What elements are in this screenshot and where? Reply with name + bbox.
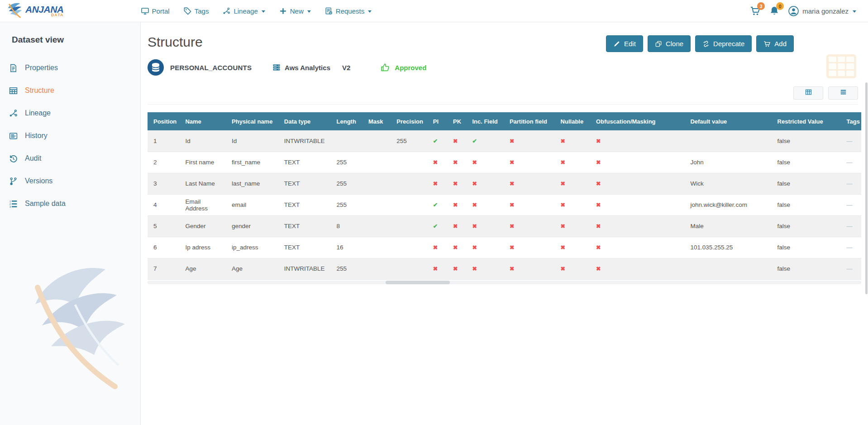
default-value-cell xyxy=(684,258,771,279)
default-value-cell: Wick xyxy=(684,173,771,194)
nullable-cell: ✖ xyxy=(555,130,590,152)
name-cell: Last Name xyxy=(179,173,226,194)
button-label: Deprecate xyxy=(713,40,744,48)
vertical-scrollbar-thumb[interactable] xyxy=(865,82,868,294)
table-row[interactable]: 1IdIdINTWRITABLE255✔✖✔✖✖✖false— xyxy=(148,130,861,152)
notifications-button[interactable]: 0 xyxy=(769,5,780,16)
pk-cell: ✖ xyxy=(447,258,466,279)
tags-dash: — xyxy=(847,244,853,251)
sidebar-item-versions[interactable]: Versions xyxy=(0,170,140,192)
table-body: 1IdIdINTWRITABLE255✔✖✔✖✖✖false—2First na… xyxy=(148,130,861,279)
edit-button[interactable]: Edit xyxy=(606,35,643,52)
sidebar-item-label: History xyxy=(25,132,48,140)
cross-icon: ✖ xyxy=(561,138,565,144)
tags-cell: — xyxy=(841,194,861,215)
restricted-value-cell: false xyxy=(772,258,841,279)
col-header-restricted-value: Restricted Value xyxy=(772,112,841,130)
partition-field-cell: ✖ xyxy=(504,152,555,173)
add-button[interactable]: Add xyxy=(756,35,794,52)
cart-button[interactable]: 3 xyxy=(750,5,761,16)
partition-field-cell: ✖ xyxy=(504,173,555,194)
inc-field-cell: ✖ xyxy=(466,258,504,279)
chevron-down-icon xyxy=(853,10,856,13)
sidebar-item-structure[interactable]: Structure xyxy=(0,79,140,102)
name-cell: Email Address xyxy=(179,194,226,215)
table-row[interactable]: 7AgeAgeINTWRITABLE255✖✖✖✖✖✖false— xyxy=(148,258,861,279)
data-type-cell: INTWRITABLE xyxy=(278,258,331,279)
sidebar-item-lineage[interactable]: Lineage xyxy=(0,102,140,124)
data-type-cell: TEXT xyxy=(278,215,331,237)
user-name: maria gonzalez xyxy=(802,7,849,15)
list-view-toggle[interactable] xyxy=(828,86,858,100)
cross-icon: ✖ xyxy=(596,223,601,229)
cross-icon: ✖ xyxy=(596,181,601,187)
cross-icon: ✖ xyxy=(561,202,565,208)
sidebar-item-history[interactable]: History xyxy=(0,124,140,147)
pk-cell: ✖ xyxy=(447,215,466,237)
cross-icon: ✖ xyxy=(453,159,458,166)
table-row[interactable]: 6Ip adressip_adressTEXT16✖✖✖✖✖✖101.035.2… xyxy=(148,237,861,258)
navbar-right: 3 0 maria gonzalez xyxy=(750,5,856,17)
col-header-default-value: Default value xyxy=(684,112,771,130)
col-header-physical-name: Physical name xyxy=(226,112,278,130)
nav-item-portal[interactable]: Portal xyxy=(141,7,170,15)
length-cell: 255 xyxy=(331,258,362,279)
nav-item-new[interactable]: New xyxy=(279,7,311,15)
cross-icon: ✖ xyxy=(472,159,477,166)
pi-cell: ✖ xyxy=(427,237,447,258)
status-badge: Approved xyxy=(395,64,426,72)
nav-item-lineage[interactable]: Lineage xyxy=(222,7,265,15)
entity-row: PERSONAL_ACCOUNTS Aws Analytics V2 Appro… xyxy=(148,59,858,76)
tags-dash: — xyxy=(847,265,853,272)
data-type-cell: TEXT xyxy=(278,237,331,258)
col-header-pk: PK xyxy=(447,112,466,130)
position-cell: 4 xyxy=(148,194,179,215)
obfuscation-masking-cell: ✖ xyxy=(590,258,684,279)
data-type-cell: INTWRITABLE xyxy=(278,130,331,152)
cross-icon: ✖ xyxy=(453,138,458,144)
table-row[interactable]: 4Email AddressemailTEXT255✔✖✖✖✖✖john.wic… xyxy=(148,194,861,215)
table-row[interactable]: 5GendergenderTEXT8✔✖✖✖✖✖Malefalse— xyxy=(148,215,861,237)
cross-icon: ✖ xyxy=(596,244,601,251)
database-icon xyxy=(148,59,164,76)
versions-icon xyxy=(9,177,18,186)
app-logo[interactable]: ANJANA DATA xyxy=(6,1,64,20)
brand-sub: DATA xyxy=(25,13,64,17)
horizontal-scrollbar-thumb[interactable] xyxy=(386,281,450,284)
nav-item-tags[interactable]: Tags xyxy=(183,7,209,15)
table-view-toggle[interactable] xyxy=(793,86,823,100)
default-value-cell: John xyxy=(684,152,771,173)
precision-cell xyxy=(391,237,427,258)
partition-field-cell: ✖ xyxy=(504,130,555,152)
table-row[interactable]: 2First namefirst_nameTEXT255✖✖✖✖✖✖Johnfa… xyxy=(148,152,861,173)
nav-item-requests[interactable]: Requests xyxy=(324,7,372,15)
sidebar-item-sample-data[interactable]: 123Sample data xyxy=(0,192,140,215)
precision-cell xyxy=(391,152,427,173)
sidebar-item-label: Structure xyxy=(25,86,54,95)
sidebar-item-properties[interactable]: Properties xyxy=(0,57,140,79)
user-menu[interactable]: maria gonzalez xyxy=(788,5,856,17)
mask-cell xyxy=(362,194,391,215)
default-value-cell: john.wick@killer.com xyxy=(684,194,771,215)
datasource-name: Aws Analytics xyxy=(285,64,330,72)
clone-button[interactable]: Clone xyxy=(648,35,691,52)
sidebar-item-audit[interactable]: Audit xyxy=(0,147,140,170)
chevron-down-icon xyxy=(368,10,372,13)
partition-field-cell: ✖ xyxy=(504,215,555,237)
col-header-tags: Tags xyxy=(841,112,861,130)
precision-cell: 255 xyxy=(391,130,427,152)
chevron-down-icon xyxy=(262,10,265,13)
tags-cell: — xyxy=(841,215,861,237)
length-cell xyxy=(331,130,362,152)
pk-cell: ✖ xyxy=(447,152,466,173)
cross-icon: ✖ xyxy=(596,266,601,272)
cross-icon: ✖ xyxy=(596,138,601,144)
cross-icon: ✖ xyxy=(453,181,458,187)
deprecate-button[interactable]: Deprecate xyxy=(695,35,752,52)
cross-icon: ✖ xyxy=(596,159,601,166)
table-row[interactable]: 3Last Namelast_nameTEXT255✖✖✖✖✖✖Wickfals… xyxy=(148,173,861,194)
mask-cell xyxy=(362,173,391,194)
tags-dash: — xyxy=(847,180,853,187)
cross-icon: ✖ xyxy=(510,181,514,187)
nullable-cell: ✖ xyxy=(555,173,590,194)
